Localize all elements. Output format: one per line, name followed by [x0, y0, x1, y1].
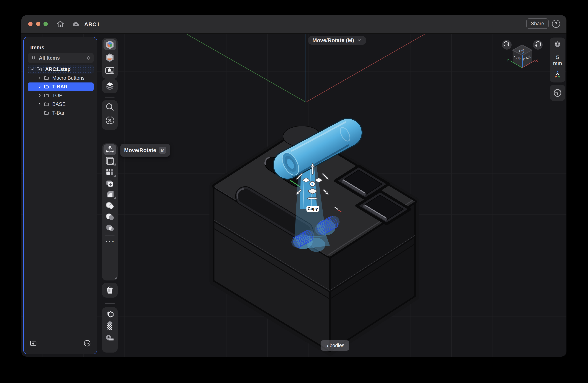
- folder-icon: [44, 84, 49, 90]
- folder-icon: [44, 93, 49, 98]
- submenu-indicator: [114, 197, 116, 199]
- split-body-tool-button[interactable]: [104, 167, 116, 177]
- more-tools-button[interactable]: • • •: [104, 237, 116, 246]
- select-rail: [102, 100, 118, 130]
- history-rail: [550, 85, 565, 101]
- history-button[interactable]: [551, 87, 564, 98]
- search-button[interactable]: [104, 101, 116, 112]
- tree-row-label: BASE: [52, 101, 66, 107]
- tree-row-label: T-Bar: [52, 110, 64, 116]
- orientation-axes-icon[interactable]: [550, 69, 565, 79]
- gizmo-arrow-horizontal[interactable]: [307, 197, 317, 200]
- tools-rail: • • •: [102, 143, 118, 281]
- submenu-indicator: [114, 163, 116, 165]
- visualize-mode-button[interactable]: [104, 52, 116, 63]
- subtract-tool-button[interactable]: [104, 211, 116, 222]
- rail-drag-handle[interactable]: [105, 97, 115, 98]
- box-select-button[interactable]: [104, 115, 116, 126]
- submenu-indicator: [114, 277, 117, 279]
- cloud-sync-icon[interactable]: [71, 19, 81, 29]
- offset-face-tool-button[interactable]: [104, 178, 116, 188]
- tree-row-top[interactable]: TOP: [28, 91, 94, 100]
- items-panel: Items All Items ARC1.step: [23, 37, 97, 354]
- snap-settings[interactable]: 5 mm: [550, 38, 565, 82]
- folder-icon: [44, 101, 49, 107]
- section-tool-button[interactable]: [104, 321, 116, 332]
- rail-divider: [105, 235, 115, 236]
- items-filter-value: All Items: [39, 55, 86, 61]
- home-icon[interactable]: [56, 19, 65, 29]
- items-tree: ARC1.step Macro Buttons T-BAR TOP: [28, 65, 94, 117]
- tree-row-label: ARC1.step: [45, 66, 71, 72]
- help-button[interactable]: ?: [552, 20, 560, 28]
- folder-icon: [44, 75, 49, 81]
- chevron-updown-icon: [86, 56, 91, 60]
- mesh-tool-button[interactable]: [104, 309, 116, 320]
- delete-rail: [102, 283, 118, 298]
- app-window: ARC1 Share ?: [21, 15, 567, 357]
- items-filter-select[interactable]: All Items: [28, 53, 94, 63]
- copy-mode-label: Copy: [306, 206, 319, 212]
- tree-row-label: Macro Buttons: [52, 75, 84, 81]
- active-tool-dropdown[interactable]: Move/Rotate (M): [308, 36, 366, 45]
- submenu-indicator: [114, 175, 116, 177]
- design-mode-button[interactable]: [104, 39, 116, 50]
- tree-row-t-bar-leaf[interactable]: T-Bar: [28, 109, 94, 117]
- axis-y-label: Y: [507, 58, 509, 62]
- tree-row-label: T-BAR: [52, 84, 68, 90]
- chevron-right-icon[interactable]: [37, 102, 42, 106]
- utility-rail: [102, 307, 118, 353]
- isolate-rail: [102, 79, 118, 93]
- intersect-tool-button[interactable]: [104, 222, 116, 233]
- tooltip-label: Move/Rotate: [124, 147, 156, 153]
- add-folder-button[interactable]: [28, 338, 39, 348]
- gizmo-center-dot: [312, 183, 314, 185]
- isolate-button[interactable]: [104, 81, 116, 92]
- items-panel-title: Items: [30, 45, 44, 51]
- bodies-count-badge: 5 bodies: [321, 340, 349, 351]
- axis-x-label: X: [535, 58, 538, 62]
- snap-magnet-icon: [550, 40, 565, 51]
- tooltip-shortcut-badge: M: [159, 147, 166, 154]
- tool-tooltip: Move/Rotate M: [120, 144, 170, 157]
- rail-drag-handle-2[interactable]: [105, 303, 115, 304]
- tree-row-macro-buttons[interactable]: Macro Buttons: [28, 74, 94, 82]
- mode-rail: [102, 38, 118, 79]
- stack-icon: [31, 55, 36, 61]
- chevron-right-icon[interactable]: [37, 93, 42, 98]
- tree-row-label: TOP: [52, 93, 63, 99]
- axis-z-label: Z: [522, 51, 524, 55]
- snap-unit: mm: [550, 60, 565, 66]
- tree-row-arc1-step[interactable]: ARC1.step: [28, 65, 94, 74]
- chamfer-tool-button[interactable]: [104, 189, 116, 200]
- minimize-button[interactable]: [36, 22, 40, 26]
- viewport[interactable]: Top Left Front Y X Z Items All Items: [21, 34, 567, 357]
- transform-tool-button[interactable]: [104, 156, 116, 166]
- document-title: ARC1: [84, 15, 100, 33]
- measure-tool-button[interactable]: [104, 333, 116, 344]
- chevron-right-icon[interactable]: [37, 76, 42, 80]
- active-tool-label: Move/Rotate (M): [312, 37, 354, 43]
- title-bar: ARC1 Share ?: [21, 15, 567, 34]
- close-button[interactable]: [28, 22, 33, 26]
- delete-button[interactable]: [104, 285, 116, 296]
- zoom-button[interactable]: [43, 22, 48, 26]
- world-axes: [187, 34, 425, 102]
- tree-row-base[interactable]: BASE: [28, 100, 94, 108]
- snap-value: 5: [550, 55, 565, 60]
- drawing-mode-button[interactable]: [104, 65, 116, 76]
- folder-dot-icon: [36, 66, 42, 72]
- move-rotate-tool-button[interactable]: [104, 144, 116, 155]
- chevron-down-icon: [357, 38, 362, 43]
- folder-icon: [44, 110, 49, 116]
- panel-menu-button[interactable]: [82, 338, 92, 348]
- view-cube[interactable]: Top Left Front Y X Z: [502, 40, 543, 68]
- tree-row-t-bar-selected[interactable]: T-BAR: [28, 82, 94, 91]
- chevron-right-icon[interactable]: [37, 85, 42, 89]
- union-tool-button[interactable]: [104, 200, 116, 211]
- items-panel-footer: [24, 333, 97, 354]
- share-button[interactable]: Share: [526, 18, 549, 29]
- chevron-down-icon[interactable]: [30, 67, 35, 72]
